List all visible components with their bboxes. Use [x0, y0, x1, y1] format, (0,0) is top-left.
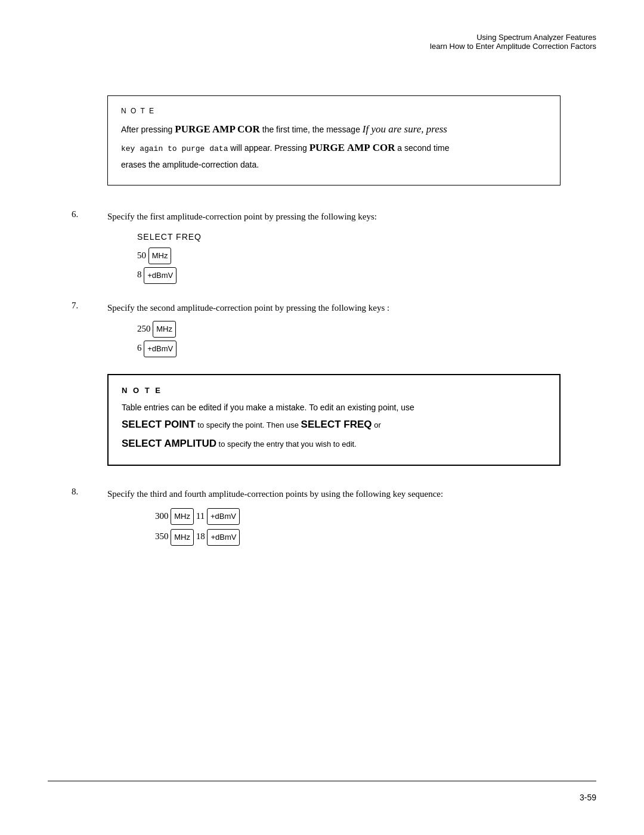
step8-line2-num: 350 [155, 531, 169, 541]
note1-line1: After pressing PURGE AMP COR the first t… [121, 121, 547, 137]
step8-line2-unit2: +dBmV [207, 529, 240, 546]
step7-key1-num: 250 [137, 324, 151, 333]
note1-cor: COR [373, 142, 395, 153]
note1-purge2: PURGE [309, 142, 345, 153]
step7-keys: 250 MHz 6 +dBmV [137, 320, 596, 357]
note2-select-point: SELECT POINT [122, 419, 196, 430]
note1-pre: After pressing [121, 125, 175, 134]
step8-line2: 350 MHz 18 +dBmV [155, 527, 596, 546]
note2-select-freq: SELECT FREQ [301, 419, 372, 430]
note1-if: If you are sure, press [363, 123, 447, 135]
step6-key2: 8 +dBmV [137, 265, 596, 284]
step6-key1: 50 MHz [137, 246, 596, 265]
note-box-1: N O T E After pressing PURGE AMP COR the… [107, 95, 561, 185]
footer-line [48, 781, 596, 787]
note2-line1: Table entries can be edited if you make … [122, 401, 546, 414]
note1-line2: key again to purge data will appear. Pre… [121, 140, 547, 156]
header-line1: Using Spectrum Analyzer Features [430, 33, 596, 42]
step7-key2-num: 6 [137, 343, 142, 352]
step7-key1: 250 MHz [137, 320, 596, 338]
step-7: 7. Specify the second amplitude-correcti… [72, 301, 596, 357]
step8-line2-unit1: MHz [171, 529, 194, 546]
note1-purge1: PURGE AMP COR [175, 123, 260, 135]
note2-line2-end: or [372, 420, 381, 429]
note1-mid: the first time, the message [260, 125, 363, 134]
page-number: 3-59 [580, 793, 596, 802]
note1-code: key again to purge data [121, 144, 228, 153]
step7-key1-unit: MHz [153, 321, 176, 338]
note2-line3-small: to specify the entry that you wish to ed… [216, 440, 357, 449]
note2-line2-small: to specify the point. Then use [196, 420, 301, 429]
step6-key1-unit: MHz [148, 248, 172, 264]
main-content: N O T E After pressing PURGE AMP COR the… [72, 95, 596, 546]
step7-text: Specify the second amplitude-correction … [107, 301, 596, 315]
note-label-2: N O T E [122, 386, 546, 395]
step8-line1-unit2: +dBmV [207, 508, 240, 525]
note-label-1: N O T E [121, 107, 547, 115]
step8-keys: 300 MHz 11 +dBmV 350 MHz 18 +dBmV [155, 507, 596, 546]
step8-number: 8. [72, 487, 78, 497]
note2-line2: SELECT POINT to specify the point. Then … [122, 416, 546, 432]
note1-end: a second time [395, 143, 449, 153]
step6-key2-num: 8 [137, 270, 142, 279]
note2-text: Table entries can be edited if you make … [122, 401, 546, 451]
note1-mid2: will appear. Pressing [228, 143, 309, 153]
note2-select-amplitud: SELECT AMPLITUD [122, 438, 216, 449]
step6-key2-unit: +dBmV [144, 267, 177, 284]
step7-key2: 6 +dBmV [137, 339, 596, 357]
note1-line3: erases the amplitude-correction data. [121, 158, 547, 171]
step6-select-freq: SELECT FREQ [137, 228, 596, 245]
step8-line1: 300 MHz 11 +dBmV [155, 507, 596, 525]
step6-keys: SELECT FREQ 50 MHz 8 +dBmV [137, 228, 596, 284]
step-8: 8. Specify the third and fourth amplitud… [72, 487, 596, 546]
header-area: Using Spectrum Analyzer Features learn H… [430, 33, 596, 51]
step7-key2-unit: +dBmV [144, 341, 177, 357]
step6-text: Specify the first amplitude-correction p… [107, 209, 596, 224]
step8-line1-num: 300 [155, 511, 169, 521]
step6-key1-num: 50 [137, 250, 146, 260]
page-container: Using Spectrum Analyzer Features learn H… [0, 0, 644, 835]
header-line2: learn How to Enter Amplitude Correction … [430, 42, 596, 51]
step6-number: 6. [72, 209, 78, 219]
note2-line3: SELECT AMPLITUD to specify the entry tha… [122, 435, 546, 451]
step8-text: Specify the third and fourth amplitude-c… [107, 487, 596, 501]
note-box-2: N O T E Table entries can be edited if y… [107, 374, 561, 466]
note1-text: After pressing PURGE AMP COR the first t… [121, 121, 547, 172]
step7-number: 7. [72, 301, 78, 311]
note1-amp: AMP [347, 142, 370, 153]
step-6: 6. Specify the first amplitude-correctio… [72, 209, 596, 284]
step8-line1-val: 11 [196, 511, 205, 521]
step8-line2-val: 18 [196, 531, 205, 541]
step8-line1-unit1: MHz [171, 508, 194, 525]
